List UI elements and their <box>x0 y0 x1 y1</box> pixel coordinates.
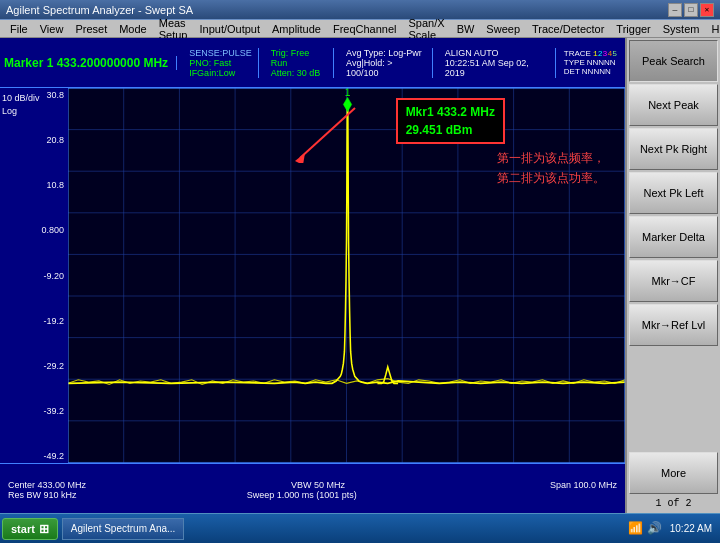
page-indicator: 1 of 2 <box>629 496 718 511</box>
svg-marker-23 <box>295 153 305 163</box>
avg-block: Avg Type: Log-Pwr Avg|Hold: > 100/100 <box>340 48 433 78</box>
y-label-5: -19.2 <box>0 316 68 326</box>
annotation-line1: 第一排为该点频率， <box>497 148 605 168</box>
taskbar-item-label: Agilent Spectrum Ana... <box>71 523 176 534</box>
right-panel: Peak Search Next Peak Next Pk Right Next… <box>625 38 720 513</box>
trig-text: Trig: Free Run <box>271 48 327 68</box>
trace-5: 5 <box>612 49 617 58</box>
next-pk-left-button[interactable]: Next Pk Left <box>629 172 718 214</box>
svg-line-22 <box>300 108 355 158</box>
marker-bubble: Mkr1 433.2 MHz 29.451 dBm <box>396 98 505 144</box>
trig-block: Trig: Free Run Atten: 30 dB <box>265 48 334 78</box>
network-icon: 📶 <box>628 521 643 536</box>
y-label-3: 0.800 <box>0 225 68 235</box>
avg-type-text: Avg Type: Log-Pwr <box>346 48 426 58</box>
clock: 10:22 AM <box>664 523 718 534</box>
sweep: Sweep 1.000 ms (1001 pts) <box>247 490 357 500</box>
res-bw: Res BW 910 kHz <box>8 490 77 500</box>
menu-view[interactable]: View <box>34 23 70 35</box>
menu-file[interactable]: File <box>4 23 34 35</box>
center-freq: Center 433.00 MHz <box>8 480 86 490</box>
align-block: ALIGN AUTO 10:22:51 AM Sep 02, 2019 <box>439 48 556 78</box>
y-axis-labels: 30.8 20.8 10.8 0.800 -9.20 -19.2 -29.2 -… <box>0 88 68 463</box>
taskbar: start ⊞ Agilent Spectrum Ana... 📶 🔊 10:2… <box>0 513 720 543</box>
menu-mode[interactable]: Mode <box>113 23 153 35</box>
marker-delta-button[interactable]: Marker Delta <box>629 216 718 258</box>
menu-bw[interactable]: BW <box>451 23 481 35</box>
y-label-7: -39.2 <box>0 406 68 416</box>
menu-meas-setup[interactable]: Meas Setup <box>153 17 194 41</box>
menu-input-output[interactable]: Input/Output <box>193 23 266 35</box>
menu-span[interactable]: Span/X Scale <box>403 17 451 41</box>
y-label-1: 20.8 <box>0 135 68 145</box>
next-pk-right-button[interactable]: Next Pk Right <box>629 128 718 170</box>
peak-search-button[interactable]: Peak Search <box>629 40 718 82</box>
start-button[interactable]: start ⊞ <box>2 518 58 540</box>
pno-text: PNO: Fast <box>189 58 252 68</box>
align-text: ALIGN AUTO <box>445 48 549 58</box>
span: Span 100.0 MHz <box>550 480 617 490</box>
y-label-0: 30.8 <box>0 90 68 100</box>
title-bar: Agilent Spectrum Analyzer - Swept SA — □… <box>0 0 720 20</box>
time-text: 10:22:51 AM Sep 02, 2019 <box>445 58 549 78</box>
y-label-8: -49.2 <box>0 451 68 461</box>
chart-area: 10 dB/div Log Ref Offset 20.8 dB Ref 40.… <box>0 88 625 463</box>
type-vals: NNNNN <box>587 58 616 67</box>
more-button[interactable]: More <box>629 452 718 494</box>
sense-block: SENSE:PULSE PNO: Fast IFGain:Low <box>183 48 259 78</box>
det-label: DET <box>564 67 580 76</box>
marker-bubble-line1: Mkr1 433.2 MHz <box>406 103 495 121</box>
menu-amplitude[interactable]: Amplitude <box>266 23 327 35</box>
menu-trigger[interactable]: Trigger <box>610 23 656 35</box>
trace-label: TRACE <box>564 49 591 58</box>
spectrum-area: Marker 1 433.200000000 MHz SENSE:PULSE P… <box>0 38 625 513</box>
menu-preset[interactable]: Preset <box>69 23 113 35</box>
maximize-button[interactable]: □ <box>684 3 698 17</box>
marker-info: Marker 1 433.200000000 MHz <box>4 56 177 70</box>
menu-trace[interactable]: Trace/Detector <box>526 23 610 35</box>
det-vals: NNNNN <box>582 67 611 76</box>
menu-system[interactable]: System <box>657 23 706 35</box>
marker-text: Marker 1 433.200000000 MHz <box>4 56 168 70</box>
menu-bar: File View Preset Mode Meas Setup Input/O… <box>0 20 720 38</box>
info-bar: Marker 1 433.200000000 MHz SENSE:PULSE P… <box>0 38 625 88</box>
taskbar-item-0[interactable]: Agilent Spectrum Ana... <box>62 518 185 540</box>
marker-number: 1 <box>345 88 351 98</box>
menu-freq[interactable]: FreqChannel <box>327 23 403 35</box>
mkr-cf-button[interactable]: Mkr→CF <box>629 260 718 302</box>
windows-icon: ⊞ <box>39 522 49 536</box>
minimize-button[interactable]: — <box>668 3 682 17</box>
annotation-line2: 第二排为该点功率。 <box>497 168 605 188</box>
volume-icon: 🔊 <box>647 521 662 536</box>
close-button[interactable]: ✕ <box>700 3 714 17</box>
y-label-2: 10.8 <box>0 180 68 190</box>
menu-help[interactable]: Help <box>705 23 720 35</box>
marker-bubble-line2: 29.451 dBm <box>406 121 495 139</box>
type-label: TYPE <box>564 58 585 67</box>
start-label: start <box>11 523 35 535</box>
bottom-status-bar: Center 433.00 MHz VBW 50 MHz Span 100.0 … <box>0 463 625 513</box>
chinese-annotation: 第一排为该点频率， 第二排为该点功率。 <box>497 148 605 188</box>
avg-hold-text: Avg|Hold: > 100/100 <box>346 58 426 78</box>
taskbar-right: 📶 🔊 10:22 AM <box>626 521 718 536</box>
vbw: VBW 50 MHz <box>291 480 345 490</box>
atten-text: Atten: 30 dB <box>271 68 327 78</box>
menu-sweep[interactable]: Sweep <box>480 23 526 35</box>
ifgain-text: IFGain:Low <box>189 68 252 78</box>
main-area: Marker 1 433.200000000 MHz SENSE:PULSE P… <box>0 38 720 513</box>
trace-block: TRACE 1 2 3 4 5 TYPE NNNNN DET NNNNN <box>560 49 621 76</box>
y-label-6: -29.2 <box>0 361 68 371</box>
next-peak-button[interactable]: Next Peak <box>629 84 718 126</box>
y-label-4: -9.20 <box>0 271 68 281</box>
title-bar-text: Agilent Spectrum Analyzer - Swept SA <box>6 4 666 16</box>
mkr-ref-lvl-button[interactable]: Mkr→Ref Lvl <box>629 304 718 346</box>
arrow-svg <box>285 103 365 163</box>
sense-label: SENSE:PULSE <box>189 48 252 58</box>
